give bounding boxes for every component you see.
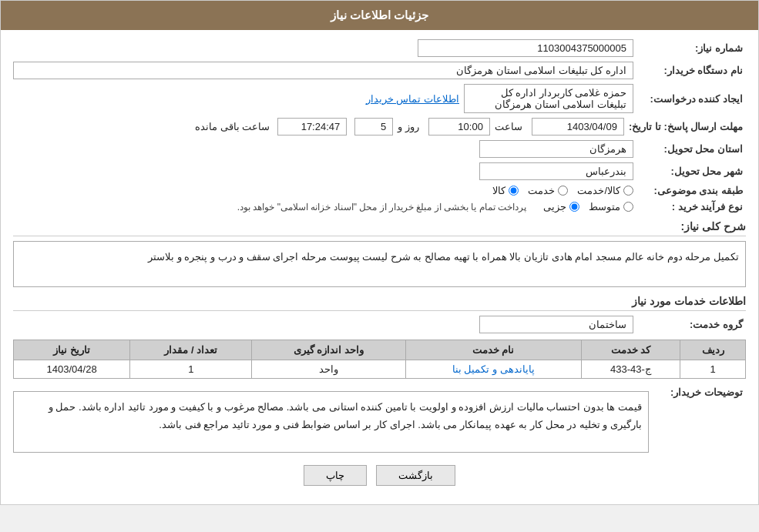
- baqi-label: ساعت باقی مانده: [195, 121, 270, 132]
- mohlat-label: مهلت ارسال پاسخ: تا تاریخ:: [629, 121, 746, 132]
- nam-dastgah-value: اداره کل تبلیغات اسلامی استان هرمزگان: [13, 62, 633, 79]
- radio-jozyi-item[interactable]: جزیی: [543, 201, 579, 212]
- noefrayand-label: نوع فرآیند خرید :: [638, 201, 746, 212]
- page-header: جزئیات اطلاعات نیاز: [1, 1, 758, 30]
- shahr-tahvil-row: شهر محل تحویل: بندرعباس: [13, 162, 746, 180]
- tosaif-label: توضیحات خریدار:: [653, 386, 746, 398]
- mohlat-row: مهلت ارسال پاسخ: تا تاریخ: 1403/04/09 سا…: [13, 118, 746, 136]
- sharh-title: شرح کلی نیاز:: [13, 220, 746, 236]
- col-tarikh: تاریخ نیاز: [14, 340, 130, 360]
- radio-khadamat-label: خدمت: [528, 185, 555, 196]
- etelaaat-tamas-link[interactable]: اطلاعات تماس خریدار: [366, 93, 459, 105]
- khadamat-section-title: اطلاعات خدمات مورد نیاز: [13, 295, 746, 311]
- footer-buttons: بازگشت چاپ: [13, 453, 746, 495]
- nam-dastgah-row: نام دستگاه خریدار: اداره کل تبلیغات اسلا…: [13, 62, 746, 79]
- cell-radif: 1: [680, 360, 746, 379]
- roz-label: روز و: [398, 121, 419, 132]
- radio-kala-khadamat-item[interactable]: کالا/خدمت: [577, 185, 633, 196]
- radio-motovaset-input[interactable]: [623, 202, 633, 212]
- radio-kala-input[interactable]: [509, 186, 519, 196]
- shahr-tahvil-label: شهر محل تحویل:: [638, 166, 746, 177]
- ostan-tahvil-row: استان محل تحویل: هرمزگان: [13, 140, 746, 158]
- shomara-niaz-value: 1103004375000005: [418, 39, 633, 57]
- col-radif: ردیف: [680, 340, 746, 360]
- radio-jozyi-input[interactable]: [569, 202, 579, 212]
- table-row: 1ج-43-433پایاندهی و تکمیل بناواحد11403/0…: [14, 360, 746, 379]
- grooh-khadamat-row: گروه خدمت: ساختمان: [13, 316, 746, 333]
- ijad-konande-row: ایجاد کننده درخواست: حمزه غلامی کاربردار…: [13, 84, 746, 113]
- radio-kala-label: کالا: [492, 185, 505, 196]
- cell-vahed: واحد: [252, 360, 405, 379]
- chap-button[interactable]: چاپ: [304, 465, 367, 486]
- baqi-value: 17:24:47: [277, 118, 347, 136]
- noefrayand-row: نوع فرآیند خرید : متوسط جزیی پرداخت تمام…: [13, 201, 746, 212]
- roz-value: 5: [354, 118, 393, 136]
- bazgasht-button[interactable]: بازگشت: [376, 465, 455, 486]
- radio-motovaset-label: متوسط: [589, 201, 620, 212]
- saat-label: ساعت: [495, 121, 522, 132]
- col-vahed: واحد اندازه گیری: [252, 340, 405, 360]
- grooh-khadamat-value: ساختمان: [479, 316, 633, 333]
- shomara-niaz-label: شماره نیاز:: [638, 42, 746, 54]
- radio-jozyi-label: جزیی: [543, 201, 566, 212]
- cell-tedaad: 1: [130, 360, 252, 379]
- tosaif-value: قیمت ها بدون احتساب مالیات ارزش افزوده و…: [13, 391, 649, 453]
- mohlat-date: 1403/04/09: [532, 118, 624, 136]
- radio-motovaset-item[interactable]: متوسط: [589, 201, 633, 212]
- radio-kala-khadamat-input[interactable]: [623, 186, 633, 196]
- tosaif-section: توضیحات خریدار: قیمت ها بدون احتساب مالی…: [13, 386, 746, 453]
- ijad-konande-value: حمزه غلامی کاربردار اداره کل تبلیغات اسل…: [464, 84, 633, 113]
- tabaqabandi-radios: کالا/خدمت خدمت کالا: [492, 185, 633, 196]
- cell-kod_khadamat: ج-43-433: [581, 360, 680, 379]
- sharh-value: تکمیل مرحله دوم خانه عالم مسجد امام هادی…: [13, 241, 746, 287]
- page-title: جزئیات اطلاعات نیاز: [331, 8, 428, 22]
- radio-khadamat-input[interactable]: [558, 186, 568, 196]
- col-nam: نام خدمت: [405, 340, 581, 360]
- shahr-tahvil-value: بندرعباس: [479, 162, 633, 180]
- ijad-konande-label: ایجاد کننده درخواست:: [638, 93, 746, 105]
- ostan-tahvil-value: هرمزگان: [479, 140, 633, 158]
- tabaqabandi-label: طبقه بندی موضوعی:: [638, 185, 746, 196]
- sharh-section: شرح کلی نیاز: تکمیل مرحله دوم خانه عالم …: [13, 220, 746, 287]
- col-tedaad: تعداد / مقدار: [130, 340, 252, 360]
- tabaqabandi-row: طبقه بندی موضوعی: کالا/خدمت خدمت کالا: [13, 185, 746, 196]
- cell-tarikh: 1403/04/28: [14, 360, 130, 379]
- saat-value: 10:00: [428, 118, 490, 136]
- ostan-tahvil-label: استان محل تحویل:: [638, 143, 746, 155]
- radio-kala-khadamat-label: کالا/خدمت: [577, 185, 620, 196]
- process-note: پرداخت تمام یا بخشی از مبلغ خریدار از مح…: [237, 202, 526, 212]
- shomara-niaz-row: شماره نیاز: 1103004375000005: [13, 39, 746, 57]
- frayand-radios: متوسط جزیی: [543, 201, 633, 212]
- nam-dastgah-label: نام دستگاه خریدار:: [638, 65, 746, 76]
- services-table: ردیف کد خدمت نام خدمت واحد اندازه گیری ت…: [13, 340, 746, 379]
- col-kod: کد خدمت: [581, 340, 680, 360]
- cell-nam_khadamat: پایاندهی و تکمیل بنا: [405, 360, 581, 379]
- radio-kala-item[interactable]: کالا: [492, 185, 519, 196]
- grooh-khadamat-label: گروه خدمت:: [638, 319, 746, 330]
- radio-khadamat-item[interactable]: خدمت: [528, 185, 568, 196]
